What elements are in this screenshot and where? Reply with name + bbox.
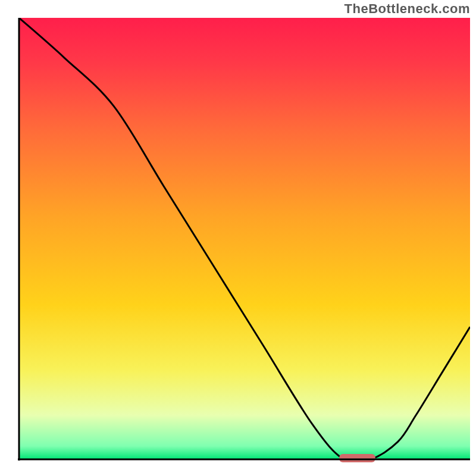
chart-container: TheBottleneck.com	[0, 0, 476, 476]
plot-background	[19, 18, 470, 459]
bottleneck-chart	[0, 0, 476, 476]
optimal-marker	[339, 454, 375, 462]
